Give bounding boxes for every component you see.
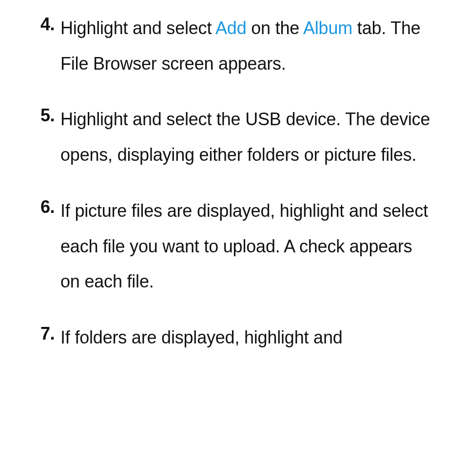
text-run: If folders are displayed, highlight and — [60, 327, 343, 347]
item-body: If folders are displayed, highlight and — [58, 320, 343, 356]
list-item: 4. Highlight and select Add on the Album… — [34, 11, 436, 81]
text-run: Highlight and select — [60, 18, 215, 38]
text-run: on the — [246, 18, 303, 38]
list-item: 7. If folders are displayed, highlight a… — [34, 320, 436, 356]
item-body: Highlight and select Add on the Album ta… — [58, 11, 436, 81]
list-item: 6. If picture files are displayed, highl… — [34, 193, 436, 300]
text-run: Highlight and select the USB device. The… — [60, 109, 430, 165]
text-run: If picture files are displayed, highligh… — [60, 201, 428, 291]
item-number: 6. — [34, 193, 58, 221]
accent-text-album: Album — [303, 18, 352, 38]
item-number: 4. — [34, 11, 58, 38]
instruction-page: 4. Highlight and select Add on the Album… — [0, 0, 465, 356]
accent-text-add: Add — [215, 18, 246, 38]
item-body: Highlight and select the USB device. The… — [58, 102, 436, 172]
list-item: 5. Highlight and select the USB device. … — [34, 102, 436, 172]
item-number: 5. — [34, 102, 58, 129]
item-body: If picture files are displayed, highligh… — [58, 193, 436, 300]
item-number: 7. — [34, 320, 58, 347]
